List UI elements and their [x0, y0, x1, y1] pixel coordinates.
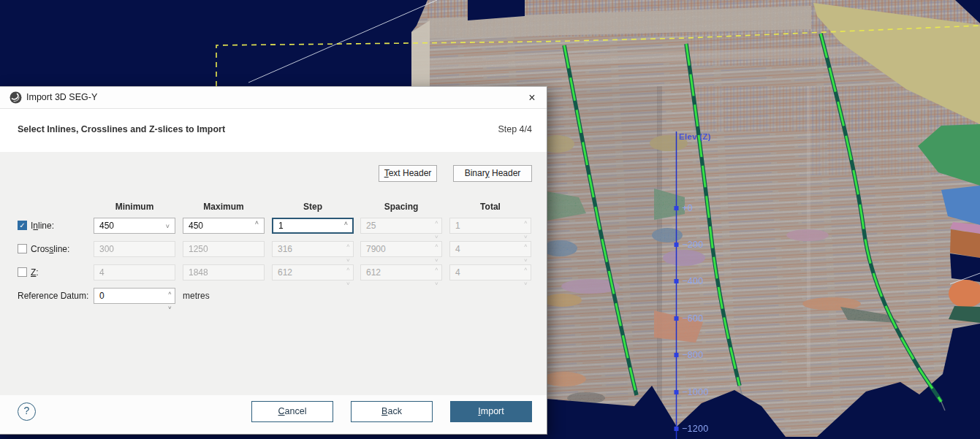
spinner-up-icon: ˄	[524, 220, 528, 226]
inline-step-field[interactable]: 1˄	[272, 218, 354, 234]
column-header-minimum: Minimum	[94, 202, 175, 212]
spinner-down-icon: ˅	[435, 234, 438, 240]
text-header-button[interactable]: Text Header	[379, 165, 437, 182]
chevron-down-icon[interactable]: ˅	[166, 224, 170, 230]
dialog-footer: ? Cancel Back Import	[0, 395, 547, 434]
spinner-down-icon[interactable]: ˅	[168, 305, 172, 311]
chevron-up-icon[interactable]: ˄	[344, 221, 348, 227]
window-title: Import 3D SEG-Y	[26, 92, 97, 102]
spinner-down-icon: ˅	[524, 234, 528, 240]
reference-datum-unit: metres	[183, 288, 210, 304]
spinner-up-icon: ˄	[524, 243, 528, 249]
spinner-up-icon: ˄	[435, 267, 438, 272]
z-row-label: Z:	[31, 264, 39, 280]
inline-maximum-field[interactable]: 450˄	[183, 218, 265, 234]
import-button[interactable]: Import	[450, 401, 532, 422]
axis-title: Elev (Z)	[679, 132, 711, 141]
z-spacing-field: 612˄˅	[360, 264, 442, 280]
import-3d-segy-dialog: Import 3D SEG-Y × Select Inlines, Crossl…	[0, 86, 547, 435]
close-icon[interactable]: ×	[523, 89, 541, 107]
crossline-total-field: 4˄˅	[449, 241, 531, 257]
spinner-down-icon: ˅	[435, 258, 438, 264]
spinner-up-icon: ˄	[346, 243, 350, 249]
axis-tick-0: +0	[682, 202, 693, 214]
application-window: Elev (Z) +0 −200 −400 −600 −800 −1000 −1…	[0, 0, 980, 439]
chevron-up-icon[interactable]: ˄	[255, 220, 259, 226]
dialog-titlebar[interactable]: Import 3D SEG-Y ×	[0, 87, 547, 109]
dialog-body: Text Header Binary Header Minimum Maximu…	[0, 152, 547, 395]
cancel-button[interactable]: Cancel	[251, 401, 333, 422]
wizard-step-indicator: Step 4/4	[498, 124, 532, 134]
crossline-minimum-field: 300	[94, 241, 175, 257]
z-minimum-field: 4	[94, 264, 175, 280]
reference-datum-field[interactable]: 0˄˅	[94, 288, 175, 304]
crossline-spacing-field: 7900˄˅	[360, 241, 442, 257]
crossline-maximum-field: 1250	[183, 241, 265, 257]
axis-tick-1000: −1000	[682, 386, 709, 398]
spinner-down-icon: ˅	[524, 258, 528, 264]
spinner-down-icon: ˅	[346, 258, 350, 264]
crossline-row-label: Crossline:	[31, 241, 69, 257]
column-header-step: Step	[272, 202, 354, 212]
axis-tick-800: −800	[682, 349, 703, 361]
inline-spacing-field: 25˄˅	[360, 218, 442, 234]
inline-checkbox[interactable]: ✓	[18, 221, 27, 230]
inline-row-label: Inline:	[31, 218, 54, 234]
spinner-up-icon: ˄	[524, 267, 528, 272]
spinner-down-icon: ˅	[524, 281, 528, 287]
back-button[interactable]: Back	[351, 401, 433, 422]
crossline-checkbox[interactable]: ✓	[18, 244, 27, 253]
z-step-field: 612˄˅	[272, 264, 354, 280]
binary-header-button[interactable]: Binary Header	[453, 165, 532, 182]
spinner-down-icon: ˅	[435, 281, 438, 287]
inline-minimum-field[interactable]: 450˅	[94, 218, 175, 234]
axis-tick-400: −400	[682, 275, 703, 287]
z-checkbox[interactable]: ✓	[18, 267, 27, 277]
app-logo-icon	[10, 91, 22, 104]
axis-tick-1200: −1200	[682, 423, 709, 435]
help-icon[interactable]: ?	[18, 402, 36, 421]
column-header-total: Total	[449, 202, 531, 212]
spinner-down-icon: ˅	[346, 281, 350, 287]
dialog-header-section: Select Inlines, Crosslines and Z-slices …	[0, 109, 547, 152]
inline-total-field: 1˄˅	[449, 218, 531, 234]
column-header-spacing: Spacing	[360, 202, 442, 212]
checkmark-icon: ✓	[18, 221, 26, 229]
spinner-up-icon[interactable]: ˄	[168, 291, 172, 297]
spinner-up-icon: ˄	[435, 243, 438, 249]
crossline-step-field: 316˄˅	[272, 241, 354, 257]
axis-tick-200: −200	[682, 239, 703, 251]
page-title: Select Inlines, Crosslines and Z-slices …	[18, 124, 225, 134]
z-maximum-field: 1848	[183, 264, 265, 280]
spinner-up-icon: ˄	[435, 220, 438, 226]
z-total-field: 4˄˅	[449, 264, 531, 280]
column-header-maximum: Maximum	[183, 202, 265, 212]
reference-datum-label: Reference Datum:	[18, 288, 88, 304]
axis-tick-600: −600	[682, 313, 703, 324]
spinner-up-icon: ˄	[346, 267, 350, 272]
